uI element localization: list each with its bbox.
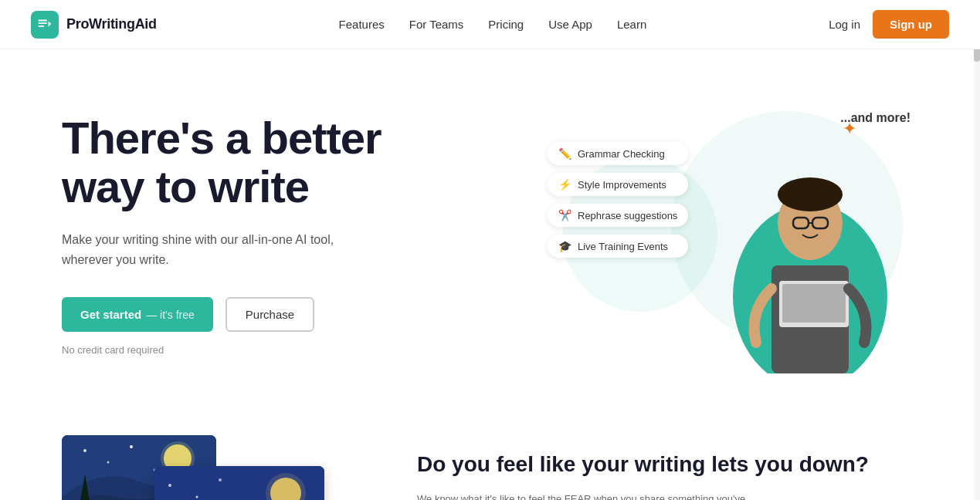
grammar-icon: ✏️ bbox=[558, 147, 571, 160]
feature-pills: ✏️ Grammar Checking ⚡ Style Improvements… bbox=[548, 142, 688, 258]
hero-illustration: ...and more! ✦ bbox=[548, 96, 918, 373]
scrollbar-track[interactable] bbox=[974, 0, 980, 500]
logo-icon bbox=[31, 11, 59, 39]
get-started-button[interactable]: Get started — it's free bbox=[62, 297, 213, 332]
svg-point-13 bbox=[107, 461, 110, 464]
login-button[interactable]: Log in bbox=[829, 18, 860, 31]
navbar: ProWritingAid Features For Teams Pricing… bbox=[0, 0, 980, 49]
hero-right: ...and more! ✦ bbox=[548, 96, 918, 373]
nav-links: Features For Teams Pricing Use App Learn bbox=[339, 18, 647, 32]
svg-point-22 bbox=[219, 478, 222, 481]
pill-training: 🎓 Live Training Events bbox=[548, 235, 688, 258]
purchase-button[interactable]: Purchase bbox=[226, 297, 314, 332]
section-text: We know what it's like to feel the FEAR … bbox=[417, 491, 757, 500]
hero-title: There's a better way to write bbox=[62, 113, 381, 212]
logo-svg bbox=[36, 16, 53, 33]
style-icon: ⚡ bbox=[558, 178, 571, 191]
signup-button[interactable]: Sign up bbox=[873, 10, 949, 39]
section-title: Do you feel like your writing lets you d… bbox=[417, 451, 918, 478]
card2-inner: My idea in my head bbox=[154, 466, 324, 500]
no-credit-text: No credit card required bbox=[62, 344, 381, 356]
hero-section: There's a better way to write Make your … bbox=[0, 49, 980, 404]
lower-left-images: My idea in my head bbox=[62, 435, 355, 500]
hero-left: There's a better way to write Make your … bbox=[62, 113, 381, 356]
rephrase-icon: ✂️ bbox=[558, 209, 571, 221]
hero-subtitle: Make your writing shine with our all-in-… bbox=[62, 230, 371, 269]
nav-for-teams[interactable]: For Teams bbox=[409, 18, 464, 31]
lower-right-content: Do you feel like your writing lets you d… bbox=[417, 435, 918, 500]
pill-style: ⚡ Style Improvements bbox=[548, 173, 688, 196]
nav-learn[interactable]: Learn bbox=[617, 18, 646, 31]
nav-pricing[interactable]: Pricing bbox=[488, 18, 524, 31]
card2-svg bbox=[154, 466, 324, 500]
svg-point-20 bbox=[168, 484, 171, 487]
person-svg bbox=[710, 111, 895, 373]
hero-cta: Get started — it's free Purchase bbox=[62, 297, 381, 332]
svg-point-3 bbox=[778, 177, 843, 211]
svg-rect-8 bbox=[782, 284, 846, 323]
image-card-2: My idea in my head bbox=[154, 466, 324, 500]
nav-use-app[interactable]: Use App bbox=[548, 18, 592, 31]
brand-logo[interactable]: ProWritingAid bbox=[31, 11, 157, 39]
svg-point-14 bbox=[130, 445, 133, 448]
lower-section: My idea in my head Do you feel like your… bbox=[0, 420, 980, 500]
brand-name: ProWritingAid bbox=[66, 16, 157, 32]
svg-point-21 bbox=[196, 496, 198, 498]
pill-rephrase: ✂️ Rephrase suggestions bbox=[548, 204, 688, 227]
svg-point-12 bbox=[83, 449, 86, 452]
nav-actions: Log in Sign up bbox=[829, 10, 949, 39]
person-illustration bbox=[710, 111, 895, 373]
training-icon: 🎓 bbox=[558, 240, 571, 252]
pill-grammar: ✏️ Grammar Checking bbox=[548, 142, 688, 165]
free-tag: — it's free bbox=[146, 309, 195, 321]
nav-features[interactable]: Features bbox=[339, 18, 385, 31]
